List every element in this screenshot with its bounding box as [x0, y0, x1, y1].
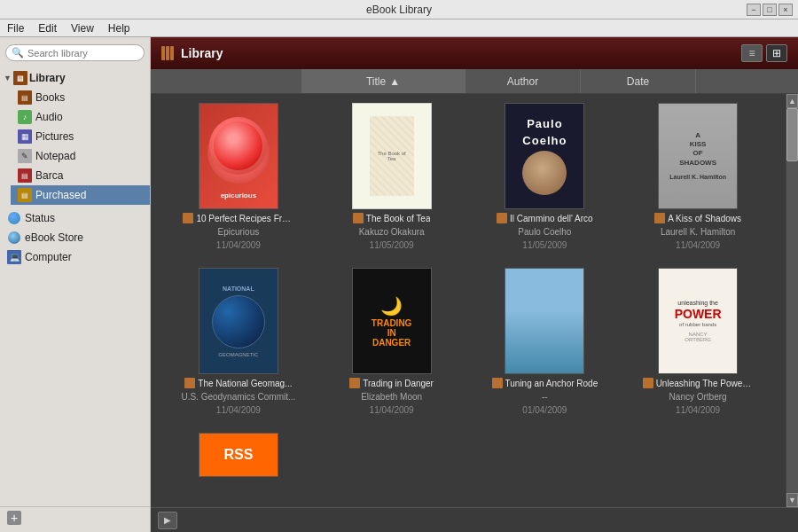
cover-rss: RSS: [199, 433, 278, 477]
col-header-author[interactable]: Author: [466, 69, 581, 93]
book-label-row: Trading in Danger: [349, 378, 434, 388]
notepad-label: Notepad: [35, 150, 75, 162]
book-item-coelho[interactable]: Paulo Coelho Il Cammino dell' Arco Paulo…: [475, 103, 615, 250]
menu-help[interactable]: Help: [105, 22, 134, 35]
cover-epicurious: epicurious: [199, 103, 278, 209]
sidebar-tree: ▼ ▤ Library ▤ Books ♪ Audio ▦ Pictures: [0, 68, 150, 506]
scroll-up-button[interactable]: ▲: [786, 94, 798, 108]
book-label-row: The Book of Tea: [353, 213, 431, 223]
menubar: File Edit View Help: [0, 20, 798, 37]
book-title: 10 Perfect Recipes Fro...: [196, 214, 293, 223]
sidebar-item-computer[interactable]: 💻 Computer: [0, 247, 150, 267]
sidebar-item-books[interactable]: ▤ Books: [11, 88, 150, 107]
book-item-epicurious[interactable]: epicurious 10 Perfect Recipes Fro... Epi…: [168, 103, 309, 250]
main-layout: 🔍 ▼ ▤ Library ▤ Books ♪ Audio ▦: [0, 37, 798, 532]
view-buttons: ≡ ⊞: [741, 44, 787, 62]
list-view-button[interactable]: ≡: [741, 44, 763, 62]
sidebar-tree-children: ▤ Books ♪ Audio ▦ Pictures ✎ Notepad ▤: [0, 88, 150, 205]
sidebar-item-barca[interactable]: ▤ Barca: [11, 166, 150, 185]
sidebar-library-root[interactable]: ▼ ▤ Library: [0, 68, 150, 88]
col-title-label: Title: [366, 75, 386, 88]
book-grid: epicurious 10 Perfect Recipes Fro... Epi…: [151, 94, 786, 507]
book-label-row: Il Cammino dell' Arco: [497, 213, 593, 223]
book-item-geomag[interactable]: NATIONAL GEOMAGNETIC The National Geomag…: [168, 268, 309, 415]
pictures-icon: ▦: [18, 129, 32, 144]
book-author: Epicurious: [218, 227, 260, 237]
book-label-row: The National Geomag...: [184, 378, 292, 388]
col-header-title[interactable]: Title ▲: [301, 69, 466, 93]
scroll-thumb[interactable]: [786, 108, 798, 161]
sidebar-item-notepad[interactable]: ✎ Notepad: [11, 146, 150, 166]
book-title: Tuning an Anchor Rode: [505, 379, 598, 388]
sidebar-item-pictures[interactable]: ▦ Pictures: [11, 127, 150, 146]
audio-label: Audio: [35, 111, 63, 123]
sidebar-item-ebook-store[interactable]: eBook Store: [0, 228, 150, 247]
status-label: Status: [25, 212, 55, 224]
book-date: 11/05/2009: [522, 240, 567, 250]
book-author: Laurell K. Hamilton: [661, 227, 735, 237]
book-author: Nancy Ortberg: [669, 392, 727, 402]
cover-anchor: [505, 268, 584, 374]
library-header-icon: [161, 46, 174, 60]
coelho-face: [522, 151, 567, 195]
sidebar-item-purchased[interactable]: ▤ Purchased: [11, 185, 150, 205]
book-title: Il Cammino dell' Arco: [510, 214, 593, 223]
book-title: The Book of Tea: [366, 214, 431, 223]
cover-power: unleashing the POWER of rubber bands NAN…: [658, 268, 738, 374]
ebook-store-label: eBook Store: [25, 231, 83, 244]
purchased-icon: ▤: [18, 188, 32, 202]
column-headers: Title ▲ Author Date: [151, 69, 798, 94]
window-controls[interactable]: − □ ×: [747, 4, 793, 16]
power-text: POWER: [675, 308, 722, 321]
audio-icon: ♪: [18, 110, 32, 124]
col-author-label: Author: [507, 75, 538, 88]
search-box[interactable]: 🔍: [5, 44, 145, 61]
plus-icon: +: [7, 511, 21, 525]
menu-view[interactable]: View: [67, 22, 98, 35]
window-title: eBook Library: [366, 4, 432, 16]
grid-view-button[interactable]: ⊞: [766, 44, 787, 62]
book-date: 11/04/2009: [676, 240, 720, 250]
col-header-date[interactable]: Date: [581, 69, 696, 93]
window-chrome: eBook Library − □ ×: [0, 0, 798, 20]
book-item-kiss[interactable]: A KISS OF SHADOWS Laurell K. Hamilton A …: [628, 103, 768, 250]
library-header: Library ≡ ⊞: [151, 37, 798, 69]
menu-edit[interactable]: Edit: [35, 22, 60, 35]
book-item-trading[interactable]: 🌙 TRADINGINDANGER Trading in Danger Eliz…: [322, 268, 462, 415]
book-date: 11/04/2009: [676, 405, 720, 415]
play-button[interactable]: ▶: [158, 512, 177, 529]
book-item-tea[interactable]: The Book of Tea The Book of Tea Kakuzo O…: [322, 103, 462, 250]
moon-icon: 🌙: [380, 295, 403, 317]
status-icon: [7, 211, 21, 225]
cover-tea: The Book of Tea: [352, 103, 432, 209]
scroll-down-button[interactable]: ▼: [786, 493, 798, 507]
book-author: --: [542, 392, 548, 402]
scroll-track[interactable]: [786, 108, 798, 493]
add-button[interactable]: +: [0, 506, 150, 528]
computer-icon: 💻: [7, 250, 21, 264]
book-author: Elizabeth Moon: [361, 392, 422, 402]
book-item-rss[interactable]: RSS: [168, 433, 309, 477]
scrollbar[interactable]: ▲ ▼: [786, 94, 798, 507]
maximize-button[interactable]: □: [763, 4, 777, 16]
book-type-icon: [497, 213, 507, 223]
book-type-icon: [184, 378, 195, 388]
book-date: 11/04/2009: [216, 405, 261, 415]
close-button[interactable]: ×: [778, 4, 793, 16]
content-area: Library ≡ ⊞ Title ▲ Author Date: [151, 37, 798, 532]
book-date: 11/04/2009: [370, 405, 414, 415]
book-item-anchor[interactable]: Tuning an Anchor Rode -- 01/04/2009: [475, 268, 615, 415]
minimize-button[interactable]: −: [747, 4, 761, 16]
sidebar-item-audio[interactable]: ♪ Audio: [11, 107, 150, 127]
search-input[interactable]: [27, 48, 138, 59]
cover-geomag: NATIONAL GEOMAGNETIC: [199, 268, 278, 374]
book-date: 11/05/2009: [370, 240, 414, 250]
cover-trading: 🌙 TRADINGINDANGER: [352, 268, 432, 374]
book-author: U.S. Geodynamics Commit...: [181, 392, 295, 402]
book-item-power[interactable]: unleashing the POWER of rubber bands NAN…: [628, 268, 768, 415]
sidebar-item-status[interactable]: Status: [0, 208, 150, 228]
triangle-icon: ▼: [4, 74, 12, 82]
menu-file[interactable]: File: [4, 22, 27, 35]
book-label-row: A Kiss of Shadows: [654, 213, 741, 223]
tea-cover-inner: The Book of Tea: [370, 116, 414, 196]
